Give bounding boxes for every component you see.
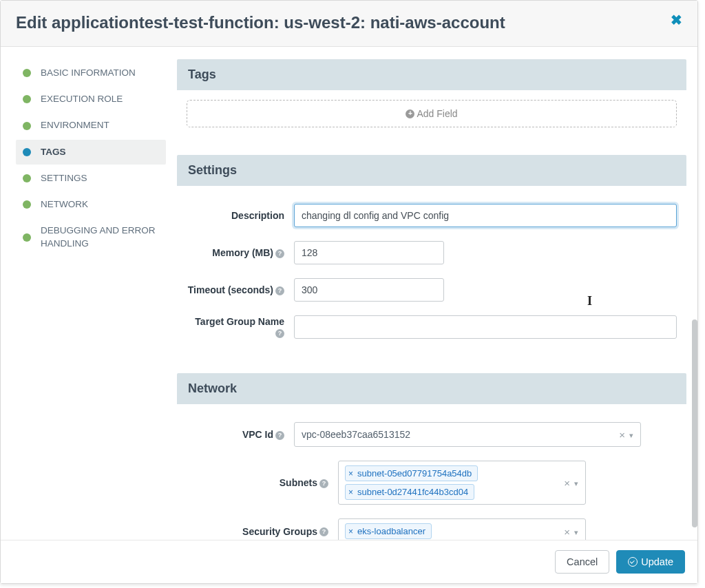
clear-icon[interactable]: × xyxy=(619,429,625,441)
help-icon[interactable]: ? xyxy=(319,479,328,488)
scrollbar-thumb[interactable] xyxy=(692,319,697,527)
sidebar-item-label: EXECUTION ROLE xyxy=(41,93,123,105)
plus-icon: + xyxy=(406,109,414,118)
sidebar-nav: BASIC INFORMATION EXECUTION ROLE ENVIRON… xyxy=(1,47,174,540)
subnet-tag: ×subnet-05ed07791754a54db xyxy=(345,465,478,481)
status-dot-icon xyxy=(23,95,31,103)
modal-body: BASIC INFORMATION EXECUTION ROLE ENVIRON… xyxy=(1,47,697,540)
label-subnets: Subnets? xyxy=(187,477,338,488)
help-icon[interactable]: ? xyxy=(275,249,284,258)
sidebar-item-tags[interactable]: TAGS xyxy=(16,140,166,165)
label-vpc: VPC Id? xyxy=(187,429,294,440)
label-memory: Memory (MB)? xyxy=(187,247,294,258)
subnets-select[interactable]: ×subnet-05ed07791754a54db ×subnet-0d2744… xyxy=(338,461,586,505)
status-dot-icon xyxy=(23,200,31,209)
row-memory: Memory (MB)? xyxy=(177,234,686,271)
help-icon[interactable]: ? xyxy=(275,329,284,338)
sidebar-item-settings[interactable]: SETTINGS xyxy=(16,166,166,191)
add-field-label: Add Field xyxy=(417,108,457,119)
row-security-groups: Security Groups? ×eks-loadbalancer ×▾ xyxy=(177,512,686,540)
row-description: Description xyxy=(177,197,686,234)
timeout-input[interactable] xyxy=(294,278,444,302)
subnet-tag: ×subnet-0d27441fc44b3cd04 xyxy=(345,484,474,500)
label-timeout: Timeout (seconds)? xyxy=(187,284,294,295)
update-button[interactable]: Update xyxy=(616,550,685,574)
sidebar-item-execution-role[interactable]: EXECUTION ROLE xyxy=(16,87,166,112)
status-dot-icon xyxy=(23,122,31,130)
help-icon[interactable]: ? xyxy=(319,527,328,536)
add-field-button[interactable]: + Add Field xyxy=(187,100,677,127)
content-area: Tags + Add Field Settings Description Me… xyxy=(174,47,697,540)
description-input[interactable] xyxy=(294,204,677,227)
sidebar-item-label: SETTINGS xyxy=(41,172,87,185)
sidebar-item-label: ENVIRONMENT xyxy=(41,119,109,132)
sidebar-item-network[interactable]: NETWORK xyxy=(16,192,166,217)
chevron-down-icon[interactable]: ▾ xyxy=(574,479,578,488)
section-body-network: VPC Id? vpc-08eeb37caa6513152 × ▾ Subnet… xyxy=(177,404,686,540)
check-circle-icon xyxy=(628,557,638,567)
row-timeout: Timeout (seconds)? xyxy=(177,271,686,308)
label-description: Description xyxy=(187,210,294,221)
section-header-network: Network xyxy=(177,373,686,404)
label-target-group: Target Group Name? xyxy=(187,316,294,338)
status-dot-icon xyxy=(23,174,31,182)
cancel-button[interactable]: Cancel xyxy=(555,550,609,574)
vpc-select[interactable]: vpc-08eeb37caa6513152 × ▾ xyxy=(294,422,641,447)
row-target-group: Target Group Name? xyxy=(177,308,686,346)
edit-function-modal: Edit applicationtest-test-function: us-w… xyxy=(0,0,698,584)
help-icon[interactable]: ? xyxy=(275,431,284,440)
status-dot-icon xyxy=(23,233,31,242)
security-group-tag: ×eks-loadbalancer xyxy=(345,523,432,539)
section-header-settings: Settings xyxy=(177,155,686,186)
security-groups-select[interactable]: ×eks-loadbalancer ×▾ xyxy=(338,518,586,540)
status-dot-icon xyxy=(23,148,31,156)
sidebar-item-debugging[interactable]: DEBUGGING AND ERROR HANDLING xyxy=(16,218,166,255)
section-body-settings: Description Memory (MB)? Timeout (second… xyxy=(177,186,686,373)
sidebar-item-label: BASIC INFORMATION xyxy=(41,67,136,79)
row-vpc: VPC Id? vpc-08eeb37caa6513152 × ▾ xyxy=(177,415,686,454)
label-security-groups: Security Groups? xyxy=(187,526,338,537)
target-group-input[interactable] xyxy=(294,315,677,339)
sidebar-item-label: NETWORK xyxy=(41,198,88,211)
row-subnets: Subnets? ×subnet-05ed07791754a54db ×subn… xyxy=(177,454,686,512)
sidebar-item-environment[interactable]: ENVIRONMENT xyxy=(16,113,166,138)
clear-icon[interactable]: × xyxy=(564,477,570,489)
remove-tag-icon[interactable]: × xyxy=(348,488,353,496)
section-body-tags: + Add Field xyxy=(177,100,686,155)
sidebar-item-basic-information[interactable]: BASIC INFORMATION xyxy=(16,61,166,85)
modal-header: Edit applicationtest-test-function: us-w… xyxy=(1,1,697,47)
help-icon[interactable]: ? xyxy=(275,286,284,295)
clear-icon[interactable]: × xyxy=(564,525,570,537)
memory-input[interactable] xyxy=(294,241,444,264)
remove-tag-icon[interactable]: × xyxy=(348,470,353,478)
chevron-down-icon[interactable]: ▾ xyxy=(629,431,633,440)
chevron-down-icon[interactable]: ▾ xyxy=(574,527,578,536)
section-header-tags: Tags xyxy=(177,59,686,90)
modal-title: Edit applicationtest-test-function: us-w… xyxy=(16,13,505,32)
sidebar-item-label: TAGS xyxy=(41,146,66,158)
status-dot-icon xyxy=(23,69,31,77)
sidebar-item-label: DEBUGGING AND ERROR HANDLING xyxy=(41,224,159,249)
remove-tag-icon[interactable]: × xyxy=(348,527,353,536)
close-icon[interactable]: ✖ xyxy=(671,13,682,27)
vpc-value: vpc-08eeb37caa6513152 xyxy=(300,426,619,443)
modal-footer: Cancel Update xyxy=(1,540,697,583)
